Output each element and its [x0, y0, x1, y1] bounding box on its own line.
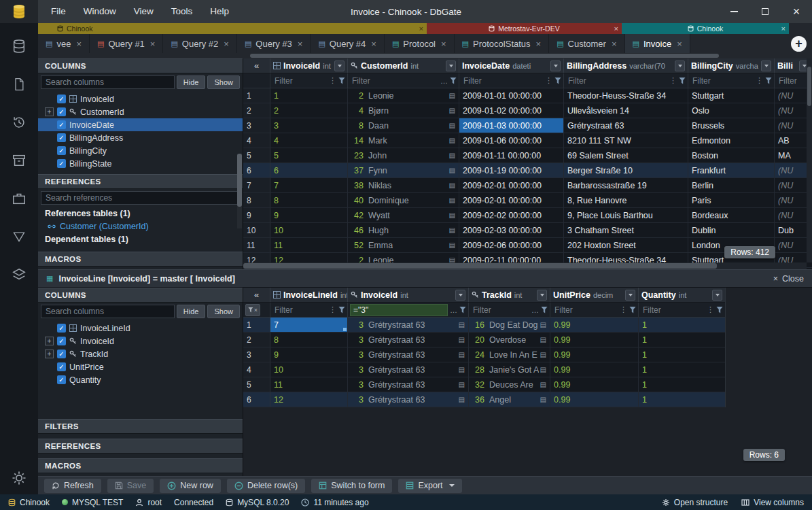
filter-menu-icon[interactable]: … [531, 306, 539, 314]
tabs-scrollbar-thumb[interactable] [250, 54, 719, 58]
invoiceid-cell[interactable]: 11 [270, 238, 348, 252]
new-row-button[interactable]: New row [160, 479, 221, 493]
invoicedate-cell[interactable]: 2009-01-11 00:00:00 [459, 148, 564, 163]
billingcity-cell[interactable]: Frankfurt [688, 163, 775, 177]
status-database[interactable]: Chinook [8, 498, 50, 507]
status-connection[interactable]: MYSQL TEST [62, 498, 123, 507]
open-reference-icon[interactable]: ▤ [459, 381, 465, 388]
filter-input[interactable] [272, 304, 327, 316]
close-tab-icon[interactable]: × [224, 39, 229, 49]
row-number[interactable]: 1 [243, 318, 270, 332]
show-button[interactable]: Show [207, 305, 240, 318]
settings-gear-icon[interactable] [11, 470, 27, 486]
invoiceid-cell[interactable]: 3 Grétrystraat 63 ▤ [348, 347, 469, 362]
column-tree-item[interactable]: + ✓ UnitPrice [38, 360, 243, 373]
open-structure-button[interactable]: Open structure [662, 498, 728, 507]
filters-section-header[interactable]: FILTERS [38, 419, 243, 434]
macros-section-header[interactable]: MACROS [38, 458, 243, 473]
trackid-cell[interactable]: 20 Overdose ▤ [469, 333, 550, 347]
open-reference-icon[interactable]: ▤ [540, 366, 546, 373]
search-columns-input[interactable] [41, 305, 175, 318]
trackid-cell[interactable]: 28 Janie's Got A ▤ [469, 362, 550, 377]
invoiceid-cell[interactable]: 7 [270, 178, 348, 192]
invoiceid-cell[interactable]: 5 [270, 148, 348, 163]
filter-menu-icon[interactable]: … [440, 77, 448, 85]
billingaddress-cell[interactable]: 8210 111 ST NW [564, 133, 688, 148]
horizontal-scrollbar-thumb[interactable] [243, 263, 717, 269]
tab[interactable]: ▤ Query #1 × [90, 34, 163, 53]
trackid-cell[interactable]: 32 Deuces Are ▤ [469, 377, 550, 392]
expand-icon[interactable]: + [45, 350, 54, 358]
active-filter-value[interactable]: ="3" [350, 304, 448, 316]
funnel-icon[interactable] [765, 78, 772, 84]
new-tab-button[interactable]: + [791, 36, 807, 52]
tab[interactable]: ▤ ProtocolStatus × [455, 34, 550, 53]
billingcity-cell[interactable]: Oslo [688, 103, 775, 118]
filter-input[interactable] [566, 75, 667, 87]
filter-invoicedate[interactable]: ⋮ [459, 73, 564, 88]
invoicedate-cell[interactable]: 2009-01-01 00:00:00 [459, 88, 564, 103]
filter-invoiceid[interactable]: ⋮ [270, 73, 348, 88]
tab-group[interactable]: Chinook × [38, 23, 427, 34]
export-button[interactable]: Export [398, 479, 461, 493]
invoiceid-cell[interactable]: 6 [270, 163, 348, 177]
close-tab-icon[interactable]: × [612, 39, 617, 49]
column-tree-item[interactable]: + ✓ InvoiceId [38, 92, 243, 105]
filter-menu-icon[interactable]: ⋮ [669, 76, 677, 85]
column-menu-button[interactable] [550, 61, 561, 71]
trackid-cell[interactable]: 24 Love In An E ▤ [469, 347, 550, 362]
row-number[interactable]: 5 [243, 148, 270, 163]
open-reference-icon[interactable]: ▤ [540, 351, 546, 358]
menu-item[interactable]: View [125, 0, 162, 23]
invoicedate-cell[interactable]: 2009-02-06 00:00:00 [459, 238, 564, 252]
filter-customerid[interactable]: … [348, 73, 459, 88]
column-tree-item[interactable]: + ✓ InvoiceDate [38, 118, 243, 131]
invoicelineid-cell[interactable]: 12 [270, 392, 348, 407]
column-checkbox[interactable]: ✓ [57, 324, 66, 333]
quantity-cell[interactable]: 1 [639, 347, 725, 362]
column-checkbox[interactable]: ✓ [57, 95, 66, 103]
open-reference-icon[interactable]: ▤ [540, 321, 546, 328]
columns-section-header[interactable]: COLUMNS [38, 58, 243, 73]
billingaddress-cell[interactable]: 3 Chatham Street [564, 223, 688, 237]
row-number[interactable]: 8 [243, 193, 270, 207]
invoicedate-cell[interactable]: 2009-01-03 00:00:00 [459, 118, 564, 133]
open-reference-icon[interactable]: ▤ [449, 182, 455, 189]
panel-scrollbar-thumb[interactable] [237, 154, 242, 207]
filter-billingcity[interactable]: ⋮ [688, 73, 775, 88]
row-number[interactable]: 2 [243, 333, 270, 347]
unitprice-cell[interactable]: 0.99 [550, 333, 639, 347]
billingaddress-cell[interactable]: Grétrystraat 63 [564, 118, 688, 133]
customerid-cell[interactable]: 23 John ▤ [348, 148, 459, 163]
billingcity-cell[interactable]: Paris [688, 193, 775, 207]
open-reference-icon[interactable]: ▤ [449, 92, 455, 99]
billingaddress-cell[interactable]: Berger Straße 10 [564, 163, 688, 177]
row-number[interactable]: 1 [243, 88, 270, 103]
unitprice-cell[interactable]: 0.99 [550, 347, 639, 362]
quantity-cell[interactable]: 1 [639, 333, 725, 347]
column-tree-item[interactable]: + ✓ BillingCity [38, 144, 243, 157]
column-tree-item[interactable]: + ✓ Quantity [38, 373, 243, 386]
billingcity-cell[interactable]: Bordeaux [688, 208, 775, 222]
column-checkbox[interactable]: ✓ [57, 133, 66, 142]
invoiceid-cell[interactable]: 1 [270, 88, 348, 103]
filter-input[interactable] [690, 75, 754, 87]
connections-database-icon[interactable] [11, 38, 27, 54]
row-number[interactable]: 6 [243, 392, 270, 407]
maximize-button[interactable] [749, 0, 781, 23]
invoicelineid-cell[interactable]: 8 [270, 333, 348, 347]
billingcity-cell[interactable]: Stuttgart [688, 88, 775, 103]
invoiceid-cell[interactable]: 8 [270, 193, 348, 207]
trackid-cell[interactable]: 16 Dog Eat Dog ▤ [469, 318, 550, 332]
customerid-cell[interactable]: 8 Daan ▤ [348, 118, 459, 133]
billingaddress-cell[interactable]: Ullevålsveien 14 [564, 103, 688, 118]
expand-icon[interactable]: + [45, 337, 54, 345]
funnel-icon[interactable] [459, 307, 466, 313]
invoiceid-cell[interactable]: 3 Grétrystraat 63 ▤ [348, 362, 469, 377]
column-checkbox[interactable]: ✓ [57, 375, 66, 384]
quantity-cell[interactable]: 1 [639, 318, 725, 332]
column-header[interactable]: TrackId int [469, 288, 550, 302]
hide-button[interactable]: Hide [177, 75, 206, 89]
hide-button[interactable]: Hide [177, 305, 206, 318]
column-header[interactable]: InvoiceId int [270, 58, 348, 73]
